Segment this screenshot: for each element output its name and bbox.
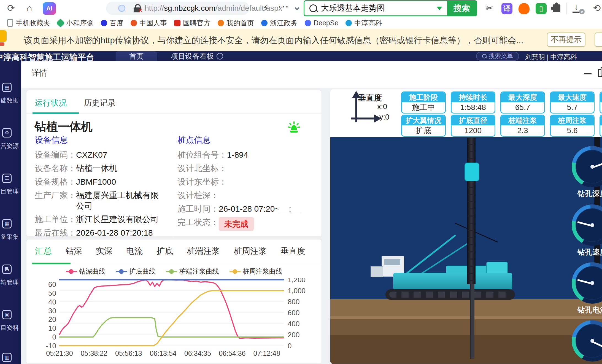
search-icon (482, 54, 487, 58)
dismiss-banner-button[interactable]: 不再提示 (547, 33, 585, 47)
lightning-icon[interactable]: ⚡ (262, 3, 269, 13)
search-query-text[interactable]: 大乐透基本走势图 (321, 3, 437, 14)
folder-icon: ▣ (2, 310, 12, 319)
search-button[interactable]: 搜索 (447, 1, 476, 15)
sidebar-item-documents[interactable]: ▣目资料 (0, 310, 21, 332)
drill-head (465, 163, 479, 181)
ai-app-icon[interactable]: AI (43, 2, 56, 15)
detail-modal: 详情 运行状况 历史记录 钻植一体机 设备信息 设备 (21, 61, 602, 364)
stat-max-current: 最大电流298 (600, 91, 602, 114)
info-row: 生产厂家：福建厦兴重工机械有限公司 (35, 190, 167, 211)
site-permission-icon[interactable] (118, 5, 125, 12)
chart-tab-verticality[interactable]: 垂直度 (280, 246, 305, 257)
svg-text:400: 400 (288, 320, 299, 328)
nav-tab-home[interactable]: 首页 (116, 51, 157, 61)
insecure-lock-icon[interactable]: ✕ (133, 4, 141, 13)
legend-item[interactable]: 桩端注浆曲线 (166, 267, 219, 276)
fox-extension-icon[interactable] (519, 3, 530, 14)
svg-text:20: 20 (48, 315, 56, 323)
chart-tab-actual-depth[interactable]: 实深 (96, 246, 112, 257)
legend-marker (66, 269, 77, 274)
device-title: 钻植一体机 (35, 119, 93, 134)
svg-text:06:34:35: 06:34:35 (184, 349, 211, 357)
svg-text:05:56:13: 05:56:13 (115, 349, 142, 357)
legend-item[interactable]: 钻深曲线 (66, 267, 106, 276)
bookmark-item[interactable]: 中淳高科 (345, 18, 382, 28)
gauge-label: 钻孔深度 (570, 189, 602, 199)
reload-icon[interactable]: ⟳ (7, 3, 15, 13)
info-row: 桩位组合号：1-894 (177, 150, 318, 160)
chevron-down-icon[interactable]: ⌄ (293, 2, 301, 11)
chart-tab-tip-grout[interactable]: 桩端注浆 (187, 246, 220, 257)
svg-text:30: 30 (48, 307, 56, 315)
gauge-dial (572, 204, 602, 246)
gauge-total-grout: 7.8 累计浆量 (570, 320, 602, 364)
sidebar-item-resources[interactable]: ⚙营资源 (0, 128, 21, 150)
url-text[interactable]: http://sg.nbzcgk.com/admin/default.aspx (145, 4, 282, 13)
legend-label: 钻深曲线 (79, 267, 106, 276)
home-icon[interactable]: ⌂ (26, 3, 32, 13)
svg-text:0: 0 (52, 333, 56, 341)
sidebar-item-base-data[interactable]: ▤础数据 (0, 83, 21, 105)
sidebar-item-device-collect[interactable]: ▦备采集 (0, 219, 21, 241)
chart-tab-expand[interactable]: 扩底 (156, 246, 173, 257)
address-bar[interactable]: ✕ http://sg.nbzcgk.com/admin/default.asp… (106, 2, 249, 15)
sidebar-item-partial[interactable]: ▥ (0, 353, 21, 362)
complain-button[interactable]: 投诉 (595, 33, 602, 47)
info-row: 设计桩深： (177, 190, 318, 201)
baidu-icon (101, 20, 107, 26)
nav-tab-dashboard[interactable]: 项目设备看板 (165, 51, 229, 61)
bookmark-item[interactable]: 我的首页 (218, 18, 254, 28)
sidebar-item-projects[interactable]: ☰目管理 (0, 174, 21, 196)
pile-info-column: 桩点信息 桩位组合号：1-894 设计北坐标： 设计东坐标： 设计桩深： 施工时… (177, 134, 318, 234)
bookmark-item[interactable]: 浙江政务 (261, 18, 298, 28)
drill-mast (467, 138, 476, 284)
legend-item[interactable]: 桩周注浆曲线 (230, 267, 282, 276)
machine-panel-card: 垂直度 x:0 y:0 施工阶段施工中 持续时长1:58:48 最大深度65.7… (330, 89, 602, 364)
chart-tab-side-grout[interactable]: 桩周注浆 (234, 246, 267, 257)
chart-tab-current[interactable]: 电流 (126, 246, 143, 257)
bookmark-item[interactable]: 国聘官方 (174, 18, 210, 28)
menu-search-pill[interactable]: 搜索菜单 (476, 52, 519, 61)
more-options-icon[interactable]: ⋯ (278, 2, 289, 11)
status-badge: 未完成 (219, 217, 254, 231)
zhejiang-gov-icon (261, 20, 268, 26)
tab-history[interactable]: 历史记录 (84, 98, 116, 109)
sidebar-item-transport[interactable]: ⛟输管理 (0, 265, 21, 287)
search-bar[interactable]: 大乐透基本走势图 搜索 (304, 0, 477, 16)
minimize-icon[interactable] (584, 73, 592, 74)
legend-item[interactable]: 扩底曲线 (116, 267, 156, 276)
search-engine-dropdown-icon[interactable] (437, 7, 442, 10)
translate-icon[interactable]: 译 (501, 3, 512, 14)
info-row: 设计北坐标： (177, 163, 318, 174)
bookmark-item[interactable]: 小程序盒 (57, 18, 94, 28)
scissors-icon[interactable]: ✂ (485, 3, 493, 13)
download-icon[interactable]: ↓ v (572, 3, 582, 13)
extensions-puzzle-icon[interactable] (553, 4, 560, 12)
chart-tab-drill-depth[interactable]: 钻深 (66, 246, 82, 257)
tab-running-status[interactable]: 运行状况 (35, 98, 67, 109)
site-header: 中淳高科智慧施工运输平台 首页 项目设备看板 搜索菜单 刘慧明 | 中淳高科 (0, 51, 602, 61)
bookmark-item[interactable]: 百度 (101, 18, 123, 28)
homepage-icon (218, 20, 224, 26)
user-account-text[interactable]: 刘慧明 | 中淳高科 (525, 53, 577, 61)
svg-text:60: 60 (48, 280, 56, 288)
legend-marker (116, 269, 127, 274)
docked-sidebar-handle-icon[interactable] (0, 30, 7, 42)
partial-toolbar-icon[interactable]: ⟲ (593, 3, 601, 13)
bookmark-item[interactable]: 手机收藏夹 (7, 18, 50, 28)
stat-stage: 施工阶段施工中 (401, 91, 446, 114)
chart-legend: 钻深曲线扩底曲线桩端注浆曲线桩周注浆曲线 (26, 267, 322, 276)
svg-text:200: 200 (288, 331, 299, 339)
site-title: 中淳高科智慧施工运输平台 (0, 52, 94, 61)
info-row: 施工时间：26-01-28 07:20~__:__ (177, 204, 318, 214)
restore-window-icon[interactable] (598, 69, 602, 77)
notebook-extension-icon[interactable]: ▯ (536, 3, 547, 14)
chart-tab-summary[interactable]: 汇总 (35, 246, 52, 257)
rig-3d-scene[interactable] (330, 137, 602, 364)
rig-tracks (385, 289, 515, 300)
svg-text:05:38:22: 05:38:22 (81, 349, 107, 357)
device-info-card: 运行状况 历史记录 钻植一体机 设备信息 设备编码：CXZK07 设备名称：钻植… (26, 90, 322, 237)
bookmark-item[interactable]: DeepSe (305, 19, 338, 27)
bookmark-item[interactable]: 中国人事 (131, 18, 167, 28)
